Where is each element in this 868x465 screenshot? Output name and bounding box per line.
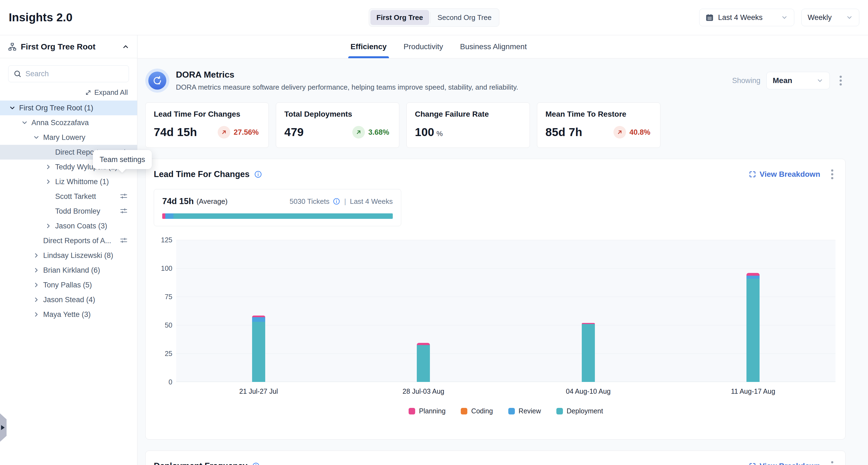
period-select-value: Last 4 Weeks	[718, 13, 763, 22]
chevron-right-icon[interactable]	[44, 178, 53, 185]
y-axis-tick-label: 100	[151, 265, 172, 272]
tree-item-brian-kirkland-6[interactable]: Brian Kirkland (6)	[0, 263, 137, 278]
view-breakdown-label: View Breakdown	[760, 462, 820, 465]
arrow-right-icon	[1, 425, 5, 430]
tree-item-liz-whittome-1[interactable]: Liz Whittome (1)	[0, 174, 137, 189]
dora-header: DORA Metrics DORA metrics measure softwa…	[145, 69, 846, 93]
lead-time-view-breakdown-link[interactable]: View Breakdown	[749, 170, 820, 179]
tab-productivity[interactable]: Productivity	[404, 35, 443, 58]
dora-icon-ring	[145, 69, 169, 93]
trend-up-icon	[218, 126, 230, 138]
bar-segment-review	[252, 317, 265, 322]
metric-card-title: Total Deployments	[284, 110, 391, 119]
y-axis-tick-label: 25	[151, 350, 172, 358]
tabs-row: Efficiency Productivity Business Alignme…	[138, 35, 868, 59]
chevron-right-icon[interactable]	[44, 222, 53, 229]
tree-item-todd-bromley[interactable]: Todd Bromley	[0, 204, 137, 219]
team-settings-icon[interactable]	[120, 192, 128, 200]
toggle-second-org-tree[interactable]: Second Org Tree	[432, 10, 498, 25]
metric-card-lead-time-for-changes: Lead Time For Changes74d 15h27.56%	[145, 102, 269, 148]
tree-item-direct-reports-of-a[interactable]: Direct Reports of A...	[0, 233, 137, 248]
chevron-right-icon[interactable]	[44, 163, 53, 170]
team-settings-icon[interactable]	[120, 207, 128, 215]
dora-kebab-menu[interactable]	[836, 73, 846, 88]
bar-segment-deployment	[582, 324, 595, 382]
chevron-right-icon[interactable]	[32, 281, 40, 288]
metric-card-value: 85d 7h	[546, 126, 582, 139]
tree-item-label: Maya Yette (3)	[43, 310, 91, 319]
metric-card-value: 100	[415, 126, 434, 139]
summary-bar-segment-deployment	[174, 213, 393, 219]
bar-segment-deployment	[417, 345, 430, 382]
gridline-125	[176, 240, 836, 240]
tree-item-maya-yette-3[interactable]: Maya Yette (3)	[0, 307, 137, 322]
x-axis-tick-label: 11 Aug-17 Aug	[731, 388, 775, 395]
lead-time-average-qualifier: (Average)	[196, 197, 227, 206]
info-icon[interactable]	[333, 197, 340, 205]
info-icon[interactable]	[254, 170, 262, 178]
y-axis-tick-label: 75	[151, 293, 172, 301]
tree-item-jason-stead-4[interactable]: Jason Stead (4)	[0, 292, 137, 307]
tooltip-text: Team settings	[100, 155, 145, 164]
metric-card-change-failure-rate: Change Failure Rate100%	[406, 102, 530, 148]
expand-all-button[interactable]: Expand All	[0, 88, 128, 97]
period-select[interactable]: Last 4 Weeks	[699, 9, 794, 26]
tree-item-anna-scozzafava[interactable]: Anna Scozzafava	[0, 115, 137, 130]
tree-item-label: Lindsay Liszewski (8)	[43, 251, 113, 260]
legend-label: Coding	[471, 407, 493, 415]
summary-bar-segment-planning	[162, 213, 165, 219]
expand-all-label: Expand All	[94, 88, 128, 97]
search-input[interactable]	[25, 70, 124, 78]
metric-card-value-row: 74d 15h27.56%	[154, 126, 260, 139]
showing-select[interactable]: Mean	[766, 72, 830, 89]
chevron-down-icon[interactable]	[21, 119, 29, 126]
legend-item-review: Review	[508, 407, 541, 415]
metric-card-value-row: 4793.68%	[284, 126, 391, 139]
granularity-select[interactable]: Weekly	[801, 9, 859, 26]
metric-card-delta-badge: 40.8%	[614, 126, 650, 138]
tree-item-jason-coats-3[interactable]: Jason Coats (3)	[0, 219, 137, 233]
tab-business-alignment[interactable]: Business Alignment	[460, 35, 527, 58]
sidebar-header[interactable]: First Org Tree Root	[0, 35, 137, 58]
tree-item-scott-tarkett[interactable]: Scott Tarkett	[0, 189, 137, 204]
chevron-right-icon[interactable]	[32, 311, 40, 318]
metric-card-delta-value: 27.56%	[234, 128, 259, 136]
metric-card-delta-value: 3.68%	[368, 128, 389, 136]
tree-item-tony-pallas-5[interactable]: Tony Pallas (5)	[0, 278, 137, 292]
tree-item-label: Tony Pallas (5)	[43, 281, 92, 289]
y-axis-tick-label: 125	[151, 236, 172, 244]
chevron-down-icon[interactable]	[8, 104, 17, 112]
trend-up-icon	[352, 126, 365, 138]
team-settings-icon[interactable]	[120, 237, 128, 245]
chevron-right-icon[interactable]	[32, 252, 40, 259]
info-icon[interactable]	[252, 462, 260, 465]
tab-efficiency[interactable]: Efficiency	[350, 35, 386, 58]
tree-item-mary-lowery[interactable]: Mary Lowery	[0, 130, 137, 145]
sidebar-collapse-handle[interactable]	[0, 413, 6, 442]
deployment-frequency-view-breakdown-link[interactable]: View Breakdown	[749, 462, 820, 465]
bar-28-jul-03-aug	[417, 343, 430, 382]
tree-item-label: Jason Coats (3)	[55, 222, 107, 230]
legend-label: Planning	[419, 407, 445, 415]
tree-item-first-org-tree-root-1[interactable]: First Org Tree Root (1)	[0, 100, 137, 115]
bar-segment-deployment	[746, 279, 760, 382]
summary-bar-segment-review	[165, 213, 174, 219]
chevron-down-icon[interactable]	[32, 134, 40, 141]
tree-item-label: Brian Kirkland (6)	[43, 266, 100, 275]
view-breakdown-label: View Breakdown	[760, 170, 820, 179]
toggle-first-org-tree[interactable]: First Org Tree	[370, 10, 429, 25]
chevron-up-icon[interactable]	[122, 43, 129, 51]
legend-item-planning: Planning	[409, 407, 445, 415]
tree-item-lindsay-liszewski-8[interactable]: Lindsay Liszewski (8)	[0, 248, 137, 263]
chevron-right-icon[interactable]	[32, 296, 40, 303]
chevron-right-icon[interactable]	[32, 267, 40, 274]
showing-select-value: Mean	[773, 76, 792, 85]
deployment-frequency-kebab-menu[interactable]	[827, 459, 837, 465]
gridline-50	[176, 325, 836, 326]
bar-segment-deployment	[252, 322, 265, 382]
lead-time-kebab-menu[interactable]	[827, 167, 837, 182]
metric-card-delta-value: 40.8%	[629, 128, 650, 136]
meta-divider: |	[344, 197, 347, 206]
metric-card-total-deployments: Total Deployments4793.68%	[276, 102, 399, 148]
tree-item-label: Direct Reports of A...	[43, 237, 111, 245]
